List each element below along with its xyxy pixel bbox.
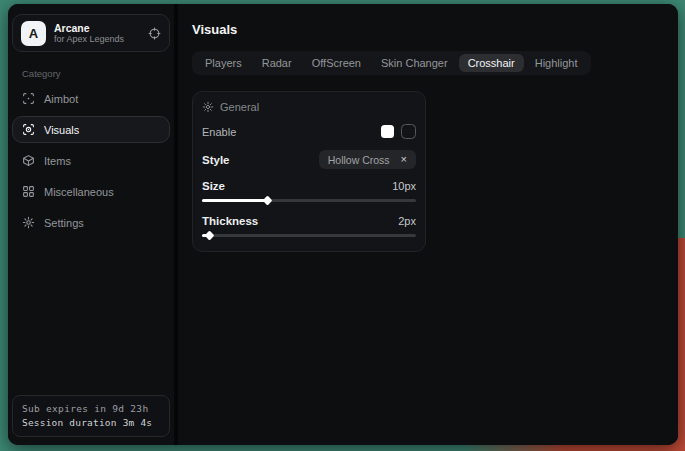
enable-checkbox[interactable] bbox=[381, 125, 394, 138]
sidebar-item-settings[interactable]: Settings bbox=[12, 209, 170, 236]
sidebar-item-label: Visuals bbox=[44, 124, 79, 136]
sidebar: A Arcane for Apex Legends Category bbox=[8, 4, 174, 445]
sidebar-item-label: Aimbot bbox=[44, 93, 78, 105]
close-icon[interactable]: × bbox=[401, 154, 407, 165]
eye-scan-icon bbox=[22, 123, 35, 136]
size-row: Size 10px bbox=[202, 180, 416, 192]
tab-radar[interactable]: Radar bbox=[253, 54, 301, 72]
thickness-label: Thickness bbox=[202, 215, 258, 227]
enable-label: Enable bbox=[202, 126, 236, 138]
layout-grid-icon bbox=[22, 185, 35, 198]
app-name: Arcane bbox=[54, 22, 140, 34]
panel-header: General bbox=[202, 101, 416, 113]
style-value: Hollow Cross bbox=[328, 154, 390, 166]
app-logo-letter: A bbox=[29, 26, 38, 41]
sidebar-item-items[interactable]: Items bbox=[12, 147, 170, 174]
size-label: Size bbox=[202, 180, 225, 192]
crosshair-target-icon[interactable] bbox=[148, 27, 161, 40]
category-label: Category bbox=[22, 68, 170, 79]
slider-fill bbox=[202, 199, 267, 202]
gear-icon bbox=[22, 216, 35, 229]
sidebar-item-visuals[interactable]: Visuals bbox=[12, 116, 170, 143]
size-slider[interactable] bbox=[202, 197, 416, 204]
thickness-value: 2px bbox=[398, 215, 416, 227]
cube-icon bbox=[22, 154, 35, 167]
thickness-slider[interactable] bbox=[202, 232, 416, 239]
enable-controls bbox=[381, 124, 416, 139]
style-label: Style bbox=[202, 154, 230, 166]
sidebar-item-miscellaneous[interactable]: Miscellaneous bbox=[12, 178, 170, 205]
app-meta: Arcane for Apex Legends bbox=[54, 22, 140, 44]
sidebar-item-label: Miscellaneous bbox=[44, 186, 114, 198]
app-logo: A bbox=[21, 21, 46, 46]
tab-offscreen[interactable]: OffScreen bbox=[303, 54, 370, 72]
style-row: Style Hollow Cross × bbox=[202, 150, 416, 169]
tab-highlight[interactable]: Highlight bbox=[526, 54, 587, 72]
page-title: Visuals bbox=[192, 22, 664, 37]
tab-players[interactable]: Players bbox=[196, 54, 251, 72]
panel-title: General bbox=[220, 101, 259, 113]
style-select[interactable]: Hollow Cross × bbox=[319, 150, 416, 169]
keybind-box[interactable] bbox=[401, 124, 416, 139]
size-value: 10px bbox=[392, 180, 416, 192]
sidebar-item-label: Settings bbox=[44, 217, 84, 229]
app-subtitle: for Apex Legends bbox=[54, 34, 140, 44]
cheat-menu-window: A Arcane for Apex Legends Category bbox=[8, 4, 678, 445]
slider-thumb[interactable] bbox=[263, 196, 273, 206]
slider-thumb[interactable] bbox=[205, 231, 215, 241]
gear-icon bbox=[202, 101, 214, 113]
slider-track bbox=[202, 234, 416, 237]
session-duration-text: Session duration 3m 4s bbox=[22, 416, 160, 430]
app-header-card: A Arcane for Apex Legends bbox=[12, 14, 170, 52]
visuals-tabbar: Players Radar OffScreen Skin Changer Cro… bbox=[192, 51, 591, 75]
tab-crosshair[interactable]: Crosshair bbox=[459, 54, 524, 72]
thickness-row: Thickness 2px bbox=[202, 215, 416, 227]
sub-expires-text: Sub expires in 9d 23h bbox=[22, 402, 160, 416]
tab-skin-changer[interactable]: Skin Changer bbox=[372, 54, 457, 72]
crosshair-scan-icon bbox=[22, 92, 35, 105]
main-content: Visuals Players Radar OffScreen Skin Cha… bbox=[178, 4, 678, 445]
sidebar-nav: Aimbot Visuals Items bbox=[12, 85, 170, 236]
enable-row: Enable bbox=[202, 124, 416, 139]
sidebar-item-label: Items bbox=[44, 155, 71, 167]
subscription-info-card: Sub expires in 9d 23h Session duration 3… bbox=[12, 395, 170, 438]
sidebar-item-aimbot[interactable]: Aimbot bbox=[12, 85, 170, 112]
general-panel: General Enable Style Hollow Cross × Size… bbox=[192, 91, 426, 252]
